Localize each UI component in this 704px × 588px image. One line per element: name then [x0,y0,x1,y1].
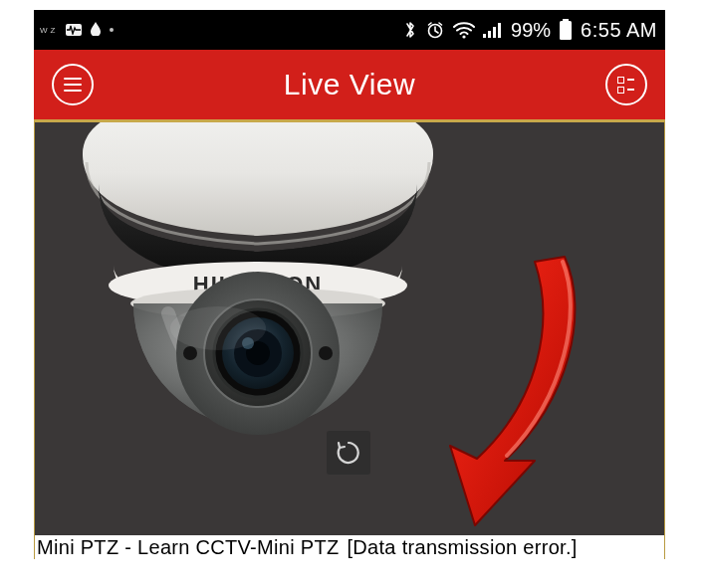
camera-label: Mini PTZ - Learn CCTV-Mini PTZ [35,536,339,559]
svg-point-18 [246,341,270,365]
menu-button[interactable] [52,64,94,105]
svg-rect-7 [560,21,572,40]
view-grid-icon [617,77,634,94]
live-view-area[interactable]: HIKVISION [34,119,665,559]
svg-point-1 [462,35,465,38]
status-bar: WZ 99% 6:5 [34,10,665,50]
svg-point-19 [242,337,254,349]
svg-point-14 [204,299,312,407]
status-right: 99% 6:55 AM [403,19,657,42]
annotation-arrow [395,252,585,530]
svg-rect-5 [498,23,501,38]
battery-percentage: 99% [511,19,551,42]
app-frame: WZ 99% 6:5 [34,10,665,559]
battery-icon [559,19,573,41]
svg-point-16 [222,317,294,389]
alarm-icon [425,20,445,40]
view-mode-button[interactable] [605,64,647,105]
svg-point-20 [204,299,312,407]
status-left: WZ [40,22,114,39]
svg-point-12 [183,346,197,360]
svg-rect-2 [483,34,486,38]
activity-icon [66,24,82,36]
notification-dot-icon [110,28,114,32]
svg-rect-4 [493,27,496,38]
svg-point-21 [214,309,302,397]
svg-point-10 [130,288,385,319]
carrier-label: WZ [40,26,58,35]
hamburger-icon [64,78,82,92]
camera-brand-label: HIKVISION [193,272,323,296]
svg-rect-6 [563,19,569,21]
app-header: Live View [34,50,665,119]
wifi-icon [453,21,475,39]
cell-signal-icon [483,21,503,39]
svg-rect-3 [488,31,491,38]
bluetooth-icon [403,20,417,40]
svg-point-17 [234,329,282,377]
retry-button[interactable] [327,431,370,475]
stream-caption-bar: Mini PTZ - Learn CCTV-Mini PTZ [Data tra… [35,535,664,559]
svg-point-13 [319,346,333,360]
page-title: Live View [284,68,415,101]
svg-point-11 [176,272,340,435]
svg-point-15 [214,309,302,397]
svg-point-9 [109,262,407,309]
svg-point-8 [83,119,433,214]
clock: 6:55 AM [581,19,657,42]
camera-image: HIKVISION [79,119,437,453]
water-drop-icon [90,22,102,39]
refresh-icon [334,438,363,468]
svg-point-22 [170,306,266,350]
error-message: [Data transmission error.] [347,536,577,559]
